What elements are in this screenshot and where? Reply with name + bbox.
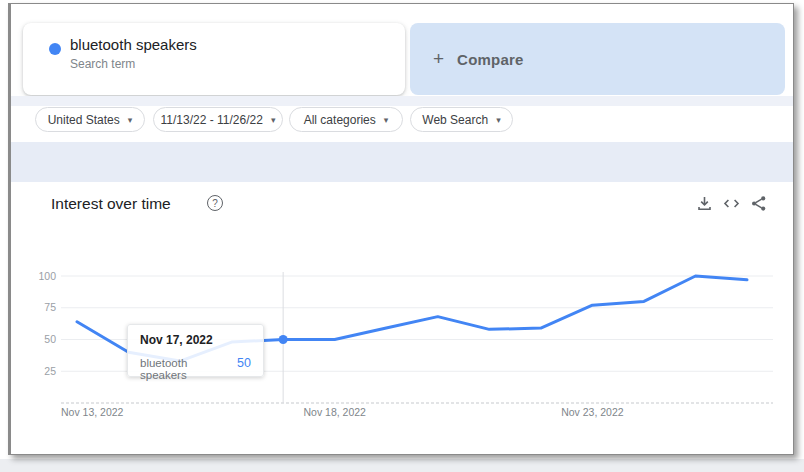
tooltip-series-label: bluetooth speakers bbox=[140, 357, 237, 381]
divider-band-top bbox=[11, 96, 793, 106]
search-term-type: Search term bbox=[70, 57, 135, 71]
category-filter-dropdown[interactable]: All categories ▾ bbox=[289, 107, 403, 132]
plus-icon: + bbox=[433, 48, 444, 70]
chevron-down-icon: ▾ bbox=[384, 115, 389, 125]
share-icon[interactable] bbox=[750, 195, 767, 212]
tooltip-date: Nov 17, 2022 bbox=[140, 333, 251, 347]
category-filter-label: All categories bbox=[304, 113, 376, 127]
chevron-down-icon: ▾ bbox=[271, 115, 276, 125]
geo-filter-dropdown[interactable]: United States ▾ bbox=[35, 107, 145, 132]
geo-filter-label: United States bbox=[48, 113, 120, 127]
page-background-strip bbox=[0, 459, 804, 472]
svg-text:75: 75 bbox=[44, 301, 56, 313]
tooltip-row: bluetooth speakers 50 bbox=[140, 356, 251, 381]
tooltip-value: 50 bbox=[237, 356, 251, 370]
search-type-filter-label: Web Search bbox=[422, 113, 488, 127]
add-comparison-button[interactable]: + Compare bbox=[410, 23, 785, 95]
divider-band-bottom bbox=[11, 142, 793, 182]
svg-text:Nov 18, 2022: Nov 18, 2022 bbox=[303, 406, 366, 418]
chart-tooltip: Nov 17, 2022 bluetooth speakers 50 bbox=[127, 324, 264, 377]
search-term-card[interactable]: bluetooth speakers Search term bbox=[23, 23, 405, 95]
search-type-filter-dropdown[interactable]: Web Search ▾ bbox=[410, 107, 513, 132]
compare-label: Compare bbox=[457, 51, 523, 68]
svg-text:Nov 23, 2022: Nov 23, 2022 bbox=[561, 406, 624, 418]
embed-icon[interactable] bbox=[723, 195, 740, 212]
chevron-down-icon: ▾ bbox=[496, 115, 501, 125]
trends-explore-panel: bluetooth speakers Search term + Compare… bbox=[8, 3, 794, 455]
help-icon[interactable]: ? bbox=[207, 195, 223, 211]
time-range-filter-label: 11/13/22 - 11/26/22 bbox=[161, 113, 263, 127]
time-range-filter-dropdown[interactable]: 11/13/22 - 11/26/22 ▾ bbox=[153, 107, 283, 132]
svg-text:Nov 13, 2022: Nov 13, 2022 bbox=[61, 406, 124, 418]
chart-header: Interest over time ? bbox=[21, 182, 785, 226]
chart-actions bbox=[696, 195, 767, 212]
interest-over-time-card: Interest over time ? bbox=[21, 182, 785, 450]
svg-text:100: 100 bbox=[38, 270, 56, 282]
series-color-dot-icon bbox=[49, 43, 61, 55]
svg-text:25: 25 bbox=[44, 365, 56, 377]
chevron-down-icon: ▾ bbox=[128, 115, 133, 125]
svg-text:50: 50 bbox=[44, 333, 56, 345]
search-term-label: bluetooth speakers bbox=[70, 36, 197, 53]
chart-title: Interest over time bbox=[51, 195, 171, 213]
download-icon[interactable] bbox=[696, 195, 713, 212]
